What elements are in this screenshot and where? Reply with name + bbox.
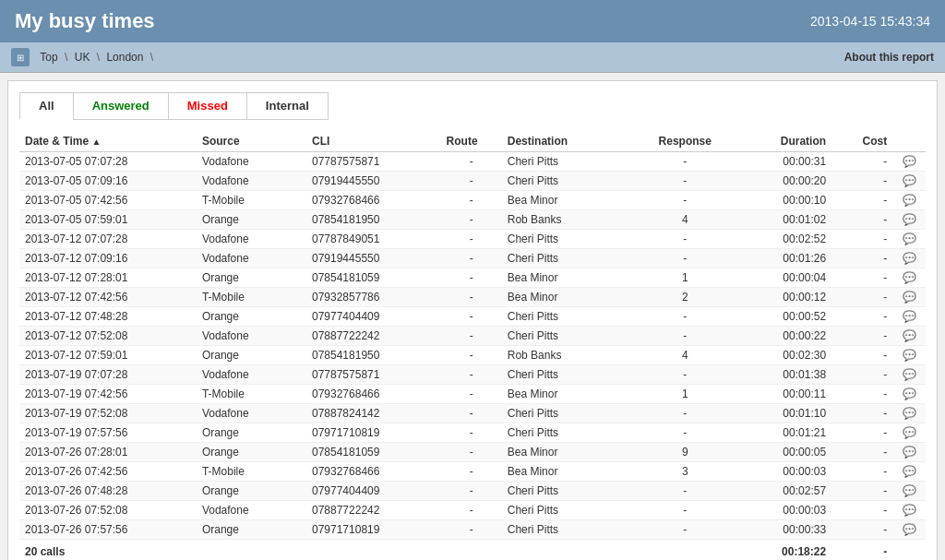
table-row: 2013-07-26 07:48:28Orange07977404409-Che… bbox=[19, 482, 926, 501]
tab-internal[interactable]: Internal bbox=[246, 92, 329, 120]
col-header-response[interactable]: Response bbox=[636, 131, 734, 152]
table-row: 2013-07-12 07:07:28Vodafone07787849051-C… bbox=[19, 230, 926, 249]
header-datetime: 2013-04-15 15:43:34 bbox=[810, 14, 930, 29]
table-row: 2013-07-12 07:59:01Orange07854181950-Rob… bbox=[19, 346, 926, 365]
table-row: 2013-07-12 07:52:08Vodafone07887722242-C… bbox=[19, 327, 926, 346]
table-row: 2013-07-26 07:42:56T-Mobile07932768466-B… bbox=[19, 462, 926, 482]
breadcrumb-uk[interactable]: UK bbox=[75, 51, 90, 64]
chat-icon[interactable]: 💬 bbox=[892, 501, 926, 520]
footer-total-cost: - bbox=[831, 540, 892, 561]
table-row: 2013-07-12 07:48:28Orange07977404409-Che… bbox=[19, 307, 926, 327]
breadcrumb-sep4: \ bbox=[147, 51, 156, 64]
tabs: All Answered Missed Internal bbox=[19, 92, 926, 120]
chat-icon[interactable]: 💬 bbox=[892, 152, 926, 172]
chat-icon[interactable]: 💬 bbox=[892, 172, 926, 191]
chat-icon[interactable]: 💬 bbox=[892, 288, 926, 307]
table-row: 2013-07-05 07:07:28Vodafone07787575871-C… bbox=[19, 152, 926, 172]
chat-icon[interactable]: 💬 bbox=[892, 404, 926, 423]
table-row: 2013-07-26 07:57:56Orange07971710819-Che… bbox=[19, 520, 926, 540]
col-header-source[interactable]: Source bbox=[197, 131, 306, 152]
table-row: 2013-07-19 07:07:28Vodafone07787575871-C… bbox=[19, 365, 926, 385]
table-row: 2013-07-26 07:52:08Vodafone07887722242-C… bbox=[19, 501, 926, 520]
chat-icon[interactable]: 💬 bbox=[892, 327, 926, 346]
sort-arrow-datetime: ▲ bbox=[91, 137, 101, 147]
breadcrumb: ⊞ Top \ UK \ London \ bbox=[11, 48, 156, 66]
table-row: 2013-07-19 07:42:56T-Mobile07932768466-B… bbox=[19, 385, 926, 404]
chat-icon[interactable]: 💬 bbox=[892, 385, 926, 404]
chat-icon[interactable]: 💬 bbox=[892, 249, 926, 268]
table-row: 2013-07-05 07:59:01Orange07854181950-Rob… bbox=[19, 210, 926, 230]
about-report-link[interactable]: About this report bbox=[844, 51, 934, 64]
chat-icon[interactable]: 💬 bbox=[892, 230, 926, 249]
tab-all[interactable]: All bbox=[19, 92, 73, 120]
table-row: 2013-07-12 07:42:56T-Mobile07932857786-B… bbox=[19, 288, 926, 307]
tab-answered[interactable]: Answered bbox=[73, 92, 168, 120]
nav-bar: ⊞ Top \ UK \ London \ About this report bbox=[0, 42, 945, 73]
col-header-cost[interactable]: Cost bbox=[831, 131, 892, 152]
chat-icon[interactable]: 💬 bbox=[892, 365, 926, 385]
chat-icon[interactable]: 💬 bbox=[892, 443, 926, 462]
table-row: 2013-07-26 07:28:01Orange07854181059-Bea… bbox=[19, 443, 926, 462]
app-title: My busy times bbox=[15, 9, 155, 33]
nav-home-icon[interactable]: ⊞ bbox=[11, 48, 30, 66]
tab-missed[interactable]: Missed bbox=[168, 92, 246, 120]
breadcrumb-london[interactable]: London bbox=[106, 51, 143, 64]
chat-icon[interactable]: 💬 bbox=[892, 210, 926, 230]
chat-icon[interactable]: 💬 bbox=[892, 346, 926, 365]
calls-table: Date & Time ▲ Source CLI Route Destinati… bbox=[19, 131, 926, 560]
table-row: 2013-07-05 07:09:16Vodafone07919445550-C… bbox=[19, 172, 926, 191]
header: My busy times 2013-04-15 15:43:34 bbox=[0, 0, 945, 42]
table-footer: 20 calls 00:18:22 - bbox=[19, 540, 926, 561]
breadcrumb-top[interactable]: Top bbox=[40, 51, 57, 64]
col-header-duration[interactable]: Duration bbox=[734, 131, 831, 152]
chat-icon[interactable]: 💬 bbox=[892, 423, 926, 443]
breadcrumb-sep3: \ bbox=[93, 51, 102, 64]
table-row: 2013-07-05 07:42:56T-Mobile07932768466-B… bbox=[19, 191, 926, 210]
col-header-datetime[interactable]: Date & Time ▲ bbox=[19, 131, 197, 152]
breadcrumb-sep2: \ bbox=[62, 51, 71, 64]
table-row: 2013-07-19 07:52:08Vodafone07887824142-C… bbox=[19, 404, 926, 423]
chat-icon[interactable]: 💬 bbox=[892, 191, 926, 210]
content-area: All Answered Missed Internal Date & Time… bbox=[7, 80, 938, 560]
chat-icon[interactable]: 💬 bbox=[892, 462, 926, 482]
table-row: 2013-07-12 07:09:16Vodafone07919445550-C… bbox=[19, 249, 926, 268]
col-header-cli[interactable]: CLI bbox=[306, 131, 441, 152]
table-row: 2013-07-12 07:28:01Orange07854181059-Bea… bbox=[19, 268, 926, 288]
footer-empty-resp bbox=[636, 540, 734, 561]
footer-total-duration: 00:18:22 bbox=[734, 540, 831, 561]
col-header-action bbox=[892, 131, 926, 152]
chat-icon[interactable]: 💬 bbox=[892, 520, 926, 540]
col-header-route[interactable]: Route bbox=[441, 131, 502, 152]
col-header-dest[interactable]: Destination bbox=[502, 131, 637, 152]
chat-icon[interactable]: 💬 bbox=[892, 307, 926, 327]
breadcrumb-sep1 bbox=[33, 51, 36, 64]
chat-icon[interactable]: 💬 bbox=[892, 482, 926, 501]
chat-icon[interactable]: 💬 bbox=[892, 268, 926, 288]
footer-action-empty bbox=[892, 540, 926, 561]
table-row: 2013-07-19 07:57:56Orange07971710819-Che… bbox=[19, 423, 926, 443]
footer-calls-label: 20 calls bbox=[19, 540, 636, 561]
